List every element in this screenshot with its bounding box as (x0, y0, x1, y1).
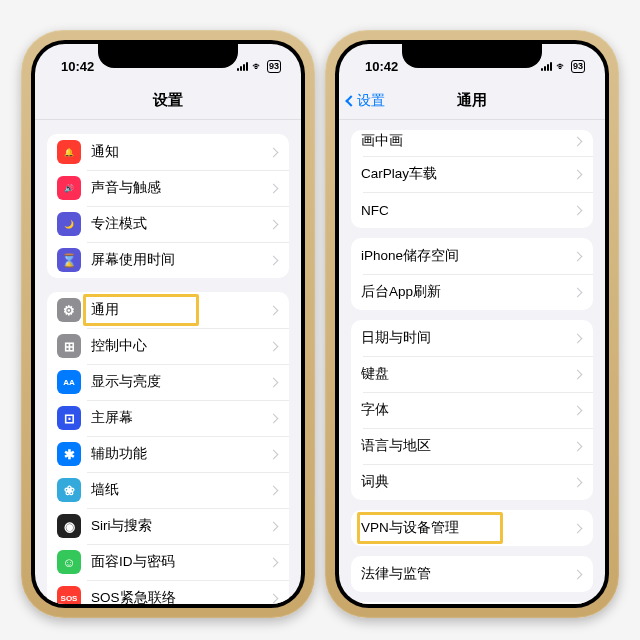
settings-row[interactable]: 语言与地区 (351, 428, 593, 464)
chevron-left-icon (345, 95, 356, 106)
settings-row[interactable]: 字体 (351, 392, 593, 428)
row-label: 屏幕使用时间 (91, 251, 270, 269)
back-label: 设置 (357, 92, 385, 110)
battery-icon: 93 (267, 60, 281, 73)
settings-row[interactable]: 词典 (351, 464, 593, 500)
row-label: 字体 (361, 401, 574, 419)
row-label: 显示与亮度 (91, 373, 270, 391)
row-label: 语言与地区 (361, 437, 574, 455)
settings-row[interactable]: 🔊声音与触感 (47, 170, 289, 206)
ic-sos-icon: SOS (57, 586, 81, 604)
chevron-right-icon (573, 287, 583, 297)
row-label: 画中画 (361, 132, 574, 150)
settings-row[interactable]: 日期与时间 (351, 320, 593, 356)
chevron-right-icon (269, 377, 279, 387)
row-label: 后台App刷新 (361, 283, 574, 301)
phone-right: 10:42 ᯤ 93 设置 通用 画中画CarPlay车载NFCiPhone储存… (325, 30, 619, 618)
chevron-right-icon (573, 369, 583, 379)
bezel: 10:42 ᯤ 93 设置 通用 画中画CarPlay车载NFCiPhone储存… (335, 40, 609, 608)
wifi-icon: ᯤ (252, 60, 263, 72)
settings-row[interactable]: AA显示与亮度 (47, 364, 289, 400)
row-label: 控制中心 (91, 337, 270, 355)
status-time: 10:42 (365, 59, 398, 74)
chevron-right-icon (269, 557, 279, 567)
wifi-icon: ᯤ (556, 60, 567, 72)
chevron-right-icon (269, 255, 279, 265)
row-label: 墙纸 (91, 481, 270, 499)
navbar: 设置 通用 (339, 82, 605, 120)
screen: 10:42 ᯤ 93 设置 🔔通知🔊声音与触感🌙专注模式⌛屏幕使用时间⚙通用⊞控… (35, 44, 301, 604)
settings-group: 日期与时间键盘字体语言与地区词典 (351, 320, 593, 500)
status-time: 10:42 (61, 59, 94, 74)
ic-gen-icon: ⚙ (57, 298, 81, 322)
settings-row[interactable]: ⚙通用 (47, 292, 289, 328)
settings-row[interactable]: SOSSOS紧急联络 (47, 580, 289, 604)
chevron-right-icon (269, 593, 279, 603)
chevron-right-icon (573, 523, 583, 533)
chevron-right-icon (269, 219, 279, 229)
ic-focus-icon: 🌙 (57, 212, 81, 236)
settings-row[interactable]: 传输或还原iPhone (351, 602, 593, 604)
settings-group: 🔔通知🔊声音与触感🌙专注模式⌛屏幕使用时间 (47, 134, 289, 278)
row-label: VPN与设备管理 (361, 519, 574, 537)
chevron-right-icon (269, 305, 279, 315)
settings-row[interactable]: ⌛屏幕使用时间 (47, 242, 289, 278)
settings-group: VPN与设备管理 (351, 510, 593, 546)
chevron-right-icon (269, 341, 279, 351)
page-title: 通用 (457, 91, 487, 110)
settings-row[interactable]: CarPlay车载 (351, 156, 593, 192)
settings-row[interactable]: 键盘 (351, 356, 593, 392)
row-label: Siri与搜索 (91, 517, 270, 535)
settings-row[interactable]: 后台App刷新 (351, 274, 593, 310)
settings-row[interactable]: NFC (351, 192, 593, 228)
phone-left: 10:42 ᯤ 93 设置 🔔通知🔊声音与触感🌙专注模式⌛屏幕使用时间⚙通用⊞控… (21, 30, 315, 618)
settings-row[interactable]: ☺面容ID与密码 (47, 544, 289, 580)
chevron-right-icon (269, 485, 279, 495)
row-label: 键盘 (361, 365, 574, 383)
ic-acc-icon: ✱ (57, 442, 81, 466)
back-button[interactable]: 设置 (347, 82, 385, 119)
ic-siri-icon: ◉ (57, 514, 81, 538)
ic-face-icon: ☺ (57, 550, 81, 574)
page-title: 设置 (153, 91, 183, 110)
settings-row[interactable]: VPN与设备管理 (351, 510, 593, 546)
ic-disp-icon: AA (57, 370, 81, 394)
row-label: 面容ID与密码 (91, 553, 270, 571)
settings-row[interactable]: 法律与监管 (351, 556, 593, 592)
row-label: 声音与触感 (91, 179, 270, 197)
settings-row[interactable]: ✱辅助功能 (47, 436, 289, 472)
row-label: 日期与时间 (361, 329, 574, 347)
chevron-right-icon (269, 147, 279, 157)
chevron-right-icon (573, 205, 583, 215)
settings-row[interactable]: ◉Siri与搜索 (47, 508, 289, 544)
settings-list[interactable]: 🔔通知🔊声音与触感🌙专注模式⌛屏幕使用时间⚙通用⊞控制中心AA显示与亮度⊡主屏幕… (35, 120, 301, 604)
notch (402, 44, 542, 68)
chevron-right-icon (573, 169, 583, 179)
status-indicators: ᯤ 93 (237, 60, 281, 73)
chevron-right-icon (573, 569, 583, 579)
settings-row[interactable]: 画中画 (351, 130, 593, 156)
settings-row[interactable]: ⊡主屏幕 (47, 400, 289, 436)
settings-row[interactable]: ❀墙纸 (47, 472, 289, 508)
ic-ctrl-icon: ⊞ (57, 334, 81, 358)
chevron-right-icon (269, 183, 279, 193)
battery-icon: 93 (571, 60, 585, 73)
settings-row[interactable]: iPhone储存空间 (351, 238, 593, 274)
settings-row[interactable]: 🔔通知 (47, 134, 289, 170)
ic-screen-icon: ⌛ (57, 248, 81, 272)
row-label: CarPlay车载 (361, 165, 574, 183)
signal-icon (541, 62, 552, 71)
chevron-right-icon (269, 521, 279, 531)
chevron-right-icon (573, 136, 583, 146)
general-list[interactable]: 画中画CarPlay车载NFCiPhone储存空间后台App刷新日期与时间键盘字… (339, 120, 605, 604)
settings-group: iPhone储存空间后台App刷新 (351, 238, 593, 310)
row-label: 词典 (361, 473, 574, 491)
chevron-right-icon (573, 405, 583, 415)
settings-row[interactable]: 🌙专注模式 (47, 206, 289, 242)
settings-group: 法律与监管 (351, 556, 593, 592)
notch (98, 44, 238, 68)
row-label: 辅助功能 (91, 445, 270, 463)
chevron-right-icon (573, 333, 583, 343)
settings-row[interactable]: ⊞控制中心 (47, 328, 289, 364)
screen: 10:42 ᯤ 93 设置 通用 画中画CarPlay车载NFCiPhone储存… (339, 44, 605, 604)
